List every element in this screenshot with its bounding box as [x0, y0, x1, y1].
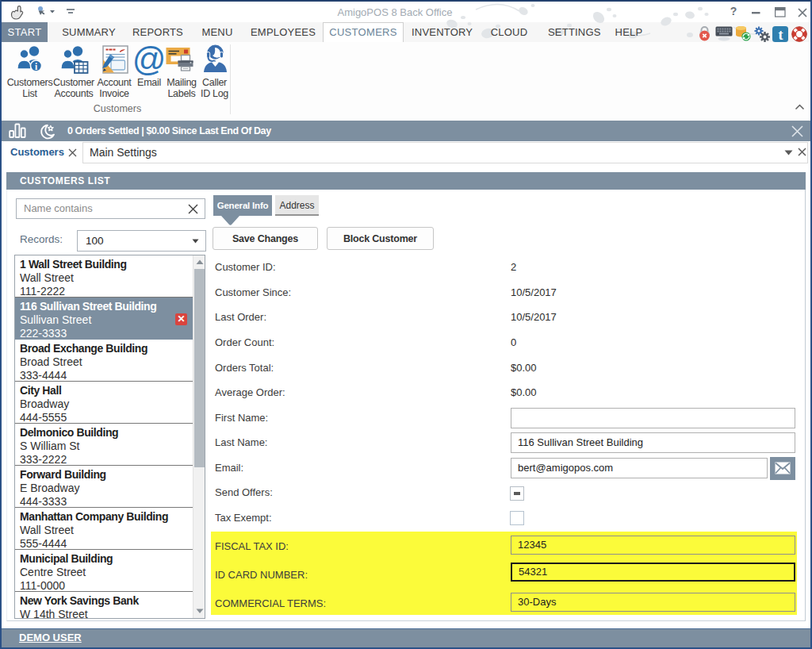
- svg-text:@: @: [132, 44, 167, 76]
- svg-text:t: t: [779, 27, 783, 43]
